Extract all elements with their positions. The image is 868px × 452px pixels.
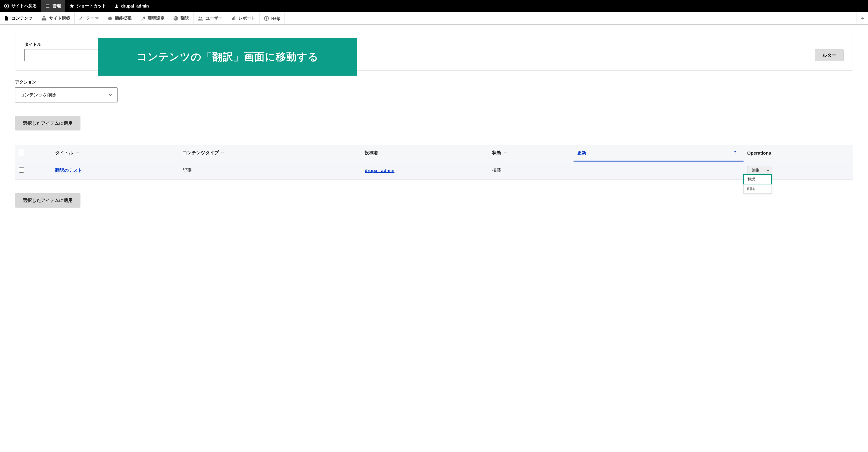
- header-author: 投稿者: [361, 145, 489, 161]
- people-icon: [198, 16, 203, 21]
- shortcuts-button[interactable]: ショートカット: [65, 0, 110, 12]
- header-operations: Operations: [744, 145, 853, 161]
- manage-button[interactable]: 管理: [41, 0, 65, 12]
- svg-text:?: ?: [266, 17, 267, 20]
- tab-extend-label: 機能拡張: [115, 16, 132, 21]
- operations-toggle-button[interactable]: [764, 166, 772, 174]
- bar-chart-icon: [231, 16, 236, 21]
- tab-people[interactable]: ユーザー: [193, 12, 227, 24]
- instruction-overlay-text: コンテンツの「翻訳」画面に移動する: [136, 50, 318, 64]
- svg-rect-4: [43, 19, 44, 21]
- tab-structure-label: サイト構築: [49, 16, 70, 21]
- wrench-icon: [79, 16, 84, 21]
- tab-people-label: ユーザー: [206, 16, 222, 21]
- row-author-link[interactable]: drupal_admin: [365, 168, 394, 173]
- header-operations-label: Operations: [747, 150, 771, 156]
- svg-rect-2: [43, 16, 44, 18]
- instruction-overlay-banner: コンテンツの「翻訳」画面に移動する: [98, 38, 357, 76]
- header-select-all: [15, 145, 52, 161]
- header-author-label: 投稿者: [365, 150, 378, 155]
- globe-icon: [173, 16, 178, 21]
- tab-help[interactable]: ? Help: [260, 12, 285, 24]
- back-to-site-label: サイトへ戻る: [11, 3, 37, 9]
- tab-extend[interactable]: 機能拡張: [103, 12, 136, 24]
- wrench2-icon: [141, 16, 145, 21]
- admin-toolbar: コンテンツ サイト構築 テーマ 機能拡張 環境設定 翻訳 ユーザー レポート ?…: [0, 12, 868, 25]
- header-content-type[interactable]: コンテンツタイプ: [179, 145, 361, 161]
- tab-configuration[interactable]: 環境設定: [136, 12, 169, 24]
- user-icon: [115, 4, 119, 8]
- svg-point-0: [4, 4, 9, 8]
- svg-rect-12: [235, 16, 236, 20]
- filter-title-input[interactable]: [24, 49, 98, 61]
- tab-reports[interactable]: レポート: [227, 12, 260, 24]
- tab-content-label: コンテンツ: [11, 16, 33, 21]
- user-label: drupal_admin: [121, 4, 149, 8]
- back-to-site-button[interactable]: サイトへ戻る: [0, 0, 41, 12]
- hamburger-icon: [45, 4, 50, 8]
- operations-edit-button[interactable]: 編集: [747, 166, 764, 174]
- sort-arrow-up-icon: [733, 150, 737, 155]
- chevron-down-icon: [108, 93, 113, 97]
- filter-title-label: タイトル: [24, 42, 98, 47]
- filter-title-field: タイトル: [24, 42, 98, 61]
- header-title-label: タイトル: [55, 150, 73, 155]
- sort-indicator-icon: [503, 151, 507, 156]
- header-updated[interactable]: 更新: [574, 145, 744, 161]
- tab-appearance[interactable]: テーマ: [75, 12, 103, 24]
- tab-reports-label: レポート: [239, 16, 255, 21]
- svg-point-1: [116, 4, 117, 6]
- tab-translate-label: 翻訳: [181, 16, 189, 21]
- row-state: 掲載: [492, 167, 501, 173]
- content-table-header-row: タイトル コンテンツタイプ 投稿者 状態: [15, 145, 853, 161]
- document-icon: [4, 16, 9, 21]
- tab-appearance-label: テーマ: [86, 16, 99, 21]
- hierarchy-icon: [41, 16, 47, 21]
- question-icon: ?: [264, 16, 269, 21]
- manage-label: 管理: [53, 3, 61, 9]
- tab-help-label: Help: [271, 16, 280, 21]
- svg-rect-5: [45, 19, 46, 21]
- svg-rect-11: [233, 17, 234, 20]
- operations-dropbutton: 編集 翻訳 削除: [747, 166, 772, 174]
- main-content: コンテンツの「翻訳」画面に移動する タイトル ルター アクション コンテンツを削…: [0, 34, 868, 220]
- tab-structure[interactable]: サイト構築: [37, 12, 75, 24]
- apply-button-top[interactable]: 選択したアイテムに適用: [15, 116, 81, 130]
- select-all-checkbox[interactable]: [19, 150, 24, 155]
- header-updated-label: 更新: [577, 150, 586, 155]
- collapse-left-icon: [860, 16, 865, 21]
- svg-point-8: [198, 17, 200, 19]
- bulk-action-selected-value: コンテンツを削除: [20, 92, 56, 98]
- top-toolbar: サイトへ戻る 管理 ショートカット drupal_admin: [0, 0, 868, 12]
- header-state-label: 状態: [492, 150, 501, 155]
- header-title[interactable]: タイトル: [52, 145, 179, 161]
- svg-point-9: [201, 17, 202, 18]
- star-icon: [69, 4, 74, 8]
- header-state[interactable]: 状態: [489, 145, 574, 161]
- operations-translate-item[interactable]: 翻訳: [743, 174, 772, 185]
- bulk-action-select[interactable]: コンテンツを削除: [15, 87, 118, 102]
- row-title-link[interactable]: 翻訳のテスト: [55, 167, 82, 173]
- bulk-action-label: アクション: [15, 79, 853, 85]
- tab-configuration-label: 環境設定: [148, 16, 164, 21]
- operations-delete-item[interactable]: 削除: [744, 184, 772, 193]
- filter-submit-button[interactable]: ルター: [815, 49, 844, 61]
- header-content-type-label: コンテンツタイプ: [183, 150, 219, 155]
- apply-button-bottom[interactable]: 選択したアイテムに適用: [15, 193, 81, 207]
- bulk-action-block: アクション コンテンツを削除: [15, 79, 853, 102]
- svg-rect-10: [232, 19, 233, 20]
- operations-menu: 翻訳 削除: [743, 174, 772, 193]
- chevron-up-icon: [767, 169, 770, 172]
- sort-indicator-icon: [221, 151, 225, 156]
- collapse-toolbar-button[interactable]: [857, 12, 868, 24]
- shortcuts-label: ショートカット: [76, 3, 106, 9]
- tab-content[interactable]: コンテンツ: [0, 12, 37, 24]
- toolbar-spacer: [285, 12, 857, 24]
- sort-indicator-icon: [75, 151, 80, 156]
- back-circle-arrow-icon: [4, 4, 9, 8]
- user-menu-button[interactable]: drupal_admin: [110, 0, 153, 12]
- tab-translate[interactable]: 翻訳: [169, 12, 193, 24]
- row-checkbox[interactable]: [19, 167, 24, 173]
- content-table: タイトル コンテンツタイプ 投稿者 状態: [15, 145, 853, 180]
- svg-rect-3: [41, 19, 43, 21]
